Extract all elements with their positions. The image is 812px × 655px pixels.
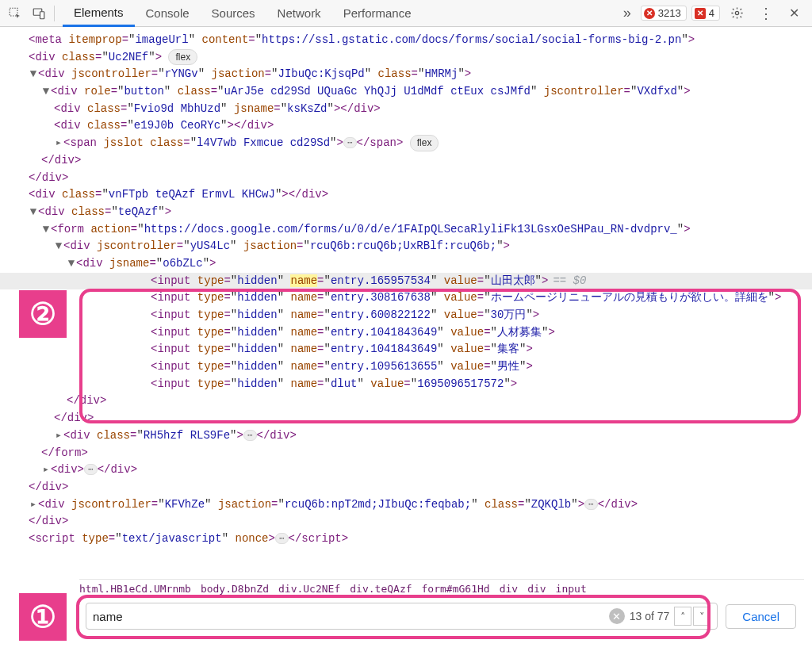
dom-node[interactable]: ▼<div jsname="o6bZLc"> (0, 255, 812, 273)
dom-node[interactable]: <div class="e19J0b CeoRYc"></div> (0, 117, 812, 135)
tab-performance[interactable]: Performance (332, 0, 423, 27)
dom-node[interactable]: ▼<div class="teQAzf"> (0, 204, 812, 221)
dom-breadcrumb[interactable]: html.HB1eCd.UMrnmbbody.D8bnZddiv.Uc2NEfd… (79, 579, 804, 595)
elements-dom-tree[interactable]: <meta itemprop="imageUrl" content="https… (0, 27, 812, 548)
dom-node[interactable]: <script type="text/javascript" nonce>⋯</… (0, 531, 812, 548)
dom-node-close[interactable]: </div> (0, 152, 812, 170)
more-tabs-button[interactable]: » (619, 5, 636, 21)
warn-count: 4 (709, 7, 714, 19)
svg-point-3 (735, 11, 738, 14)
tab-elements[interactable]: Elements (63, 0, 135, 27)
dom-node[interactable]: ▼<div role="button" class="uArJ5e cd29Sd… (0, 83, 812, 101)
devtools-toolbar: Elements Console Sources Network Perform… (0, 0, 812, 27)
dom-node[interactable]: ▼<form action="https://docs.google.com/f… (0, 221, 812, 239)
search-next-button[interactable]: ˅ (693, 607, 710, 626)
dom-node[interactable]: ▸<div class="RH5hzf RLS9Fe">⋯</div> (0, 427, 812, 445)
device-toggle-icon[interactable] (27, 2, 51, 25)
dom-node-input[interactable]: <input type="hidden" name="entry.1041843… (0, 341, 812, 358)
dom-node-input[interactable]: <input type="hidden" name="entry.1041843… (0, 324, 812, 342)
search-cancel-button[interactable]: Cancel (726, 604, 796, 629)
tab-console[interactable]: Console (135, 0, 201, 27)
dom-node-close[interactable]: </div> (0, 170, 812, 187)
error-count-badge[interactable]: ✕ 3213 (641, 6, 687, 21)
dom-node[interactable]: ▸<span jsslot class="l4V7wb Fxmcue cd29S… (0, 135, 812, 152)
dom-node-close[interactable]: </div> (0, 479, 812, 496)
tab-sources[interactable]: Sources (201, 0, 266, 27)
search-prev-button[interactable]: ˄ (674, 607, 691, 626)
dom-node-input[interactable]: <input type="hidden" name="entry.6008221… (0, 307, 812, 324)
kebab-menu-icon[interactable]: ⋮ (753, 2, 777, 25)
tab-network[interactable]: Network (266, 0, 332, 27)
dom-node-input[interactable]: <input type="hidden" name="entry.1095613… (0, 358, 812, 376)
dom-node[interactable]: ▼<div jscontroller="rYNGv" jsaction="JIb… (0, 66, 812, 83)
error-icon: ✕ (644, 8, 655, 19)
dom-node-input[interactable]: <input type="hidden" name="dlut" value="… (0, 376, 812, 393)
search-result-count: 13 of 77 (630, 610, 670, 622)
warn-icon: ✕ (695, 8, 706, 19)
close-devtools-icon[interactable]: ✕ (782, 2, 806, 25)
dom-node-input[interactable]: <input type="hidden" name="entry.1659575… (0, 273, 812, 290)
dom-node[interactable]: <div class="Fvio9d MbhUzd" jsname="ksKsZ… (0, 101, 812, 118)
clear-search-icon[interactable]: ✕ (609, 608, 625, 624)
dom-node-close[interactable]: </div> (0, 393, 812, 410)
dom-node-close[interactable]: </form> (0, 445, 812, 462)
dom-node[interactable]: <div class="vnFTpb teQAzf ErmvL KHCwJ"><… (0, 186, 812, 204)
dom-node[interactable]: <meta itemprop="imageUrl" content="https… (0, 32, 812, 49)
search-box: ✕ 13 of 77 ˄ ˅ (86, 603, 718, 630)
dom-node[interactable]: ▼<div jscontroller="yUS4Lc" jsaction="rc… (0, 238, 812, 255)
dom-node[interactable]: <div class="Uc2NEf"> flex (0, 49, 812, 67)
dom-node[interactable]: ▸<div jscontroller="KFVhZe" jsaction="rc… (0, 496, 812, 514)
annotation-label-1: ① (19, 593, 67, 641)
panel-tabs: Elements Console Sources Network Perform… (63, 0, 423, 27)
dom-node-input[interactable]: <input type="hidden" name="entry.3081676… (0, 289, 812, 307)
settings-icon[interactable] (725, 2, 749, 25)
warn-count-badge[interactable]: ✕ 4 (691, 6, 720, 21)
dom-node[interactable]: ▸<div>⋯</div> (0, 462, 812, 479)
error-count: 3213 (658, 7, 681, 19)
search-bar: ✕ 13 of 77 ˄ ˅ Cancel (86, 603, 796, 630)
inspect-icon[interactable] (3, 2, 27, 25)
search-input[interactable] (93, 610, 609, 623)
svg-rect-2 (40, 11, 44, 18)
dom-node-close[interactable]: </div> (0, 410, 812, 427)
dom-node-close[interactable]: </div> (0, 513, 812, 531)
